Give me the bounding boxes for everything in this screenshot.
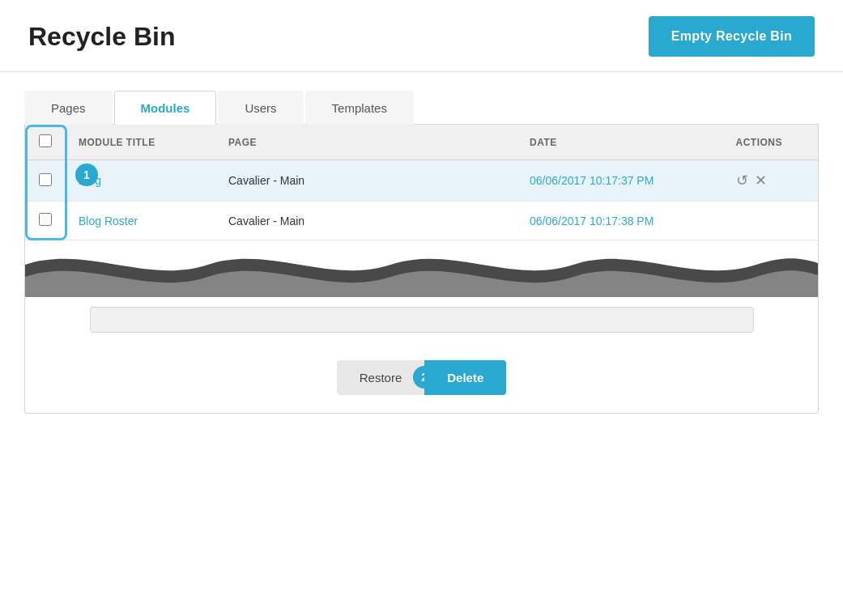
wave-divider xyxy=(25,240,818,297)
restore-button[interactable]: Restore xyxy=(337,360,425,395)
row1-restore-icon[interactable]: ↺ xyxy=(736,172,748,189)
row1-actions-group: ↺ ✕ xyxy=(736,172,805,189)
row1-select-cell xyxy=(25,160,66,202)
col-header-actions: ACTIONS xyxy=(723,125,818,160)
row1-date: 06/06/2017 10:17:37 PM xyxy=(517,160,723,202)
table-row: Blog Cavalier - Main 06/06/2017 10:17:37… xyxy=(25,160,818,202)
row2-checkbox[interactable] xyxy=(39,213,52,226)
row2-select-cell xyxy=(25,202,66,240)
wave-svg xyxy=(25,240,818,297)
modules-table: MODULE TITLE PAGE DATE ACTIONS Blog xyxy=(25,125,818,240)
row2-date: 06/06/2017 10:17:38 PM xyxy=(517,202,723,240)
pager-controls xyxy=(90,307,754,333)
tab-pages[interactable]: Pages xyxy=(24,91,113,125)
delete-button[interactable]: Delete xyxy=(424,360,506,395)
pagination-bar xyxy=(25,297,818,342)
row1-page: Cavalier - Main xyxy=(215,160,517,202)
row1-checkbox[interactable] xyxy=(39,173,52,186)
row2-module-title-link[interactable]: Blog Roster xyxy=(79,215,138,227)
table-row: Blog Roster Cavalier - Main 06/06/2017 1… xyxy=(25,202,818,240)
row2-actions xyxy=(723,202,818,240)
delete-btn-wrapper: 2 Delete xyxy=(424,360,506,395)
page-title: Recycle Bin xyxy=(28,22,175,52)
tab-users[interactable]: Users xyxy=(218,91,303,125)
tab-templates[interactable]: Templates xyxy=(305,91,414,125)
content-panel: 1 MODULE TITLE PAGE DATE ACTIONS xyxy=(24,125,819,414)
table-header-row: MODULE TITLE PAGE DATE ACTIONS xyxy=(25,125,818,160)
empty-recycle-bin-button[interactable]: Empty Recycle Bin xyxy=(649,16,815,57)
col-header-date: DATE xyxy=(517,125,723,160)
col-header-select xyxy=(25,125,66,160)
col-header-module-title: MODULE TITLE xyxy=(66,125,215,160)
main-content: Pages Modules Users Templates 1 MODULE T… xyxy=(0,72,843,438)
row2-module-title: Blog Roster xyxy=(66,202,215,240)
tab-modules[interactable]: Modules xyxy=(114,91,217,125)
row2-page: Cavalier - Main xyxy=(215,202,517,240)
col-header-page: PAGE xyxy=(215,125,517,160)
tabs-bar: Pages Modules Users Templates xyxy=(24,90,819,125)
row1-actions: ↺ ✕ xyxy=(723,160,818,202)
badge-1: 1 xyxy=(75,164,98,186)
buttons-wrapper: Restore 2 Delete xyxy=(337,360,507,395)
action-buttons-area: Restore 2 Delete xyxy=(25,342,818,413)
page-header: Recycle Bin Empty Recycle Bin xyxy=(0,0,843,72)
table-wrapper: 1 MODULE TITLE PAGE DATE ACTIONS xyxy=(25,125,818,240)
row1-delete-icon[interactable]: ✕ xyxy=(755,172,767,189)
pager-bar xyxy=(90,307,754,333)
select-all-checkbox[interactable] xyxy=(39,134,52,147)
